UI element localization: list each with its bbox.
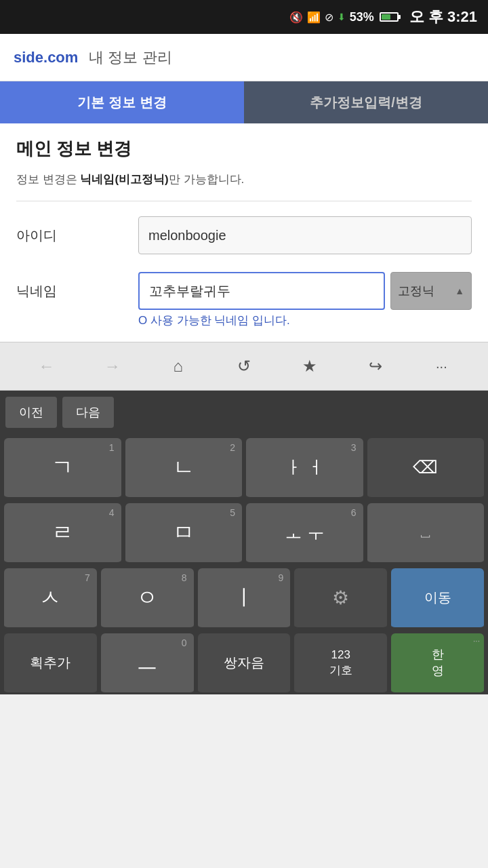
key-i[interactable]: 9 ㅣ [198,568,291,629]
ime-next-button[interactable]: 다음 [62,397,114,428]
content-area: 메인 정보 변경 정보 변경은 닉네임(비고정닉)만 가능합니다. 아이디 닉네… [0,123,488,342]
tab-bar: 기본 정보 변경 추가정보입력/변경 [0,81,488,123]
forward-icon: → [104,357,121,376]
keyboard-row-4: 획추가 0 ㅡ 쌍자음 123기호 ··· 한영 [4,633,484,694]
silent-icon: 🔇 [289,11,303,24]
key-g[interactable]: 1 ㄱ [4,438,121,499]
info-text: 정보 변경은 닉네임(비고정닉)만 가능합니다. [16,172,472,187]
key-a-eo[interactable]: 3 ㅏ ㅓ [246,438,363,499]
keyboard-row-3: 7 ㅅ 8 ㅇ 9 ㅣ ⚙ 이동 [4,568,484,629]
key-eu[interactable]: 0 ㅡ [101,633,194,694]
key-m[interactable]: 5 ㅁ [125,503,243,564]
refresh-icon: ↺ [237,357,251,376]
fixed-nick-button[interactable]: 고정닉 ▲ [390,272,472,310]
keyboard: 1 ㄱ 2 ㄴ 3 ㅏ ㅓ ⌫ 4 ㄹ 5 ㅁ 6 ㅗ ㅜ ⎵ [0,434,488,694]
double-consonant-key[interactable]: 쌍자음 [198,633,291,694]
gear-icon: ⚙ [332,587,349,609]
backspace-key[interactable]: ⌫ [367,438,485,499]
key-s[interactable]: 7 ㅅ [4,568,97,629]
key-n[interactable]: 2 ㄴ [125,438,243,499]
num-symbol-key[interactable]: 123기호 [294,633,387,694]
more-icon: ··· [436,359,447,374]
keyboard-row-2: 4 ㄹ 5 ㅁ 6 ㅗ ㅜ ⎵ [4,503,484,564]
tab-extra-info[interactable]: 추가정보입력/변경 [244,81,488,123]
forward-button[interactable]: → [92,350,133,382]
nickname-row: 닉네임 고정닉 ▲ O 사용 가능한 닉네임 입니다. [16,272,472,328]
home-button[interactable]: ⌂ [158,350,199,382]
back-button[interactable]: ← [26,350,67,382]
header: side.com 내 정보 관리 [0,34,488,81]
refresh-button[interactable]: ↺ [224,350,264,382]
star-icon: ★ [302,357,317,376]
ime-prev-button[interactable]: 이전 [5,397,57,428]
battery-icon [380,12,399,22]
home-icon: ⌂ [174,357,184,376]
tab-basic-info[interactable]: 기본 정보 변경 [0,81,244,123]
id-row: 아이디 [16,215,472,256]
more-button[interactable]: ··· [421,350,462,382]
nickname-label: 닉네임 [16,282,138,300]
space-key[interactable]: ⎵ [367,503,485,564]
nickname-input-wrap [138,272,385,310]
bookmark-button[interactable]: ★ [289,350,330,382]
move-key[interactable]: 이동 [391,568,484,629]
battery-percent: 53% [350,10,374,24]
back-icon: ← [39,357,55,376]
status-bar: 🔇 📶 ⊘ ⬇ 53% 오 후 3:21 [0,0,488,34]
availability-text: O 사용 가능한 닉네임 입니다. [138,314,290,327]
nickname-input[interactable] [138,272,385,310]
dropdown-arrow-icon: ▲ [455,285,464,296]
id-label: 아이디 [16,226,138,245]
download-icon: ⬇ [338,12,346,22]
page-title: 내 정보 관리 [89,47,171,68]
key-r[interactable]: 4 ㄹ [4,503,121,564]
status-time: 오 후 3:21 [409,7,477,27]
key-o[interactable]: 8 ㅇ [101,568,194,629]
id-input[interactable] [138,216,472,254]
keyboard-row-1: 1 ㄱ 2 ㄴ 3 ㅏ ㅓ ⌫ [4,438,484,499]
status-icons: 🔇 📶 ⊘ ⬇ 53% [289,10,399,24]
wifi-icon: 📶 [307,11,321,24]
add-stroke-key[interactable]: 획추가 [4,633,97,694]
share-icon: ↪ [369,357,382,376]
browser-nav-bar: ← → ⌂ ↺ ★ ↪ ··· [0,342,488,391]
site-logo: side.com [14,49,78,66]
key-o-u[interactable]: 6 ㅗ ㅜ [246,503,363,564]
divider [16,201,472,201]
settings-key[interactable]: ⚙ [294,568,387,629]
han-eng-key[interactable]: ··· 한영 [391,633,484,694]
section-title: 메인 정보 변경 [16,137,472,161]
ime-bar: 이전 다음 [0,391,488,434]
block-icon: ⊘ [325,11,333,24]
share-button[interactable]: ↪ [355,350,396,382]
